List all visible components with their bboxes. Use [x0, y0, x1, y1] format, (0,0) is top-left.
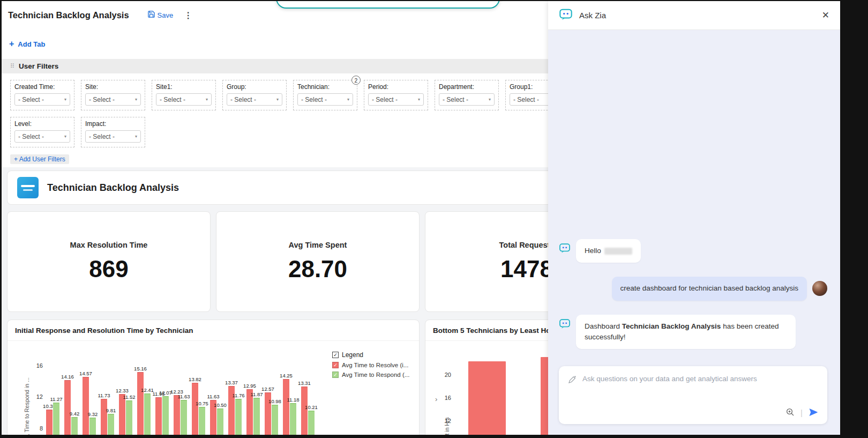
chart-bar-avg-time-to-respond[interactable]: 9.32	[89, 418, 96, 435]
chart-bar-avg-time-to-respond[interactable]: 9.42	[71, 417, 78, 435]
filter-impact: Impact:- Select -▾	[81, 117, 145, 147]
bar-value-label: 15.16	[134, 366, 147, 372]
bar-value-label: 12.57	[261, 386, 274, 392]
chart-bar-avg-time-to-resolve[interactable]: 15.16	[137, 372, 144, 435]
chart-bar-avg-time-to-resolve[interactable]: 13.31	[301, 387, 308, 435]
bar-value-label: 11.27	[50, 396, 62, 402]
legend-entry-resolve[interactable]: ✓ Avg Time to Resolve (i...	[332, 362, 409, 368]
bar-value-label: 11.76	[232, 392, 244, 398]
plus-icon: +	[9, 39, 14, 49]
filter-select-value: - Select -	[89, 96, 115, 103]
y-axis-label: Days , Time to Respond in ...	[24, 377, 30, 435]
more-options-icon[interactable]: ⋮	[184, 10, 192, 20]
chevron-right-icon[interactable]: ›	[435, 395, 437, 403]
chart-bar-avg-time-to-resolve[interactable]: 11.73	[101, 399, 107, 435]
filter-department: Department:- Select -▾	[435, 80, 499, 110]
app-window: Technician Backlog Analysis Save ⋮ + Add…	[2, 1, 840, 435]
filter-level: Level:- Select -▾	[10, 117, 74, 147]
chart-bar-avg-time-to-resolve[interactable]: 10.35	[46, 410, 53, 435]
chart-bar-avg-time-to-respond[interactable]: 12.41	[144, 394, 151, 435]
kpi-card-max-resolution-time[interactable]: Max Resolution Time 869	[7, 211, 211, 312]
y-axis-tick: 20	[445, 372, 451, 378]
chart-bar-avg-time-to-respond[interactable]: 10.98	[272, 405, 278, 435]
legend-entry-respond[interactable]: ✓ Avg Time to Respond (...	[332, 372, 409, 378]
drag-handle-icon[interactable]: ⠿	[10, 63, 14, 70]
dashboard-title: Technician Backlog Analysis	[47, 182, 179, 194]
chart-bar-avg-time-to-respond[interactable]: 10.21	[308, 411, 315, 435]
save-button[interactable]: Save	[147, 10, 174, 20]
filter-select-value: - Select -	[513, 96, 539, 103]
ask-zia-panel: Ask Zia ✕ Hello create dashboard	[548, 1, 840, 435]
greeting-text: Hello	[585, 247, 601, 255]
bar-value-label: 10.75	[196, 400, 208, 406]
filter-select[interactable]: - Select -▾	[156, 93, 212, 106]
chart-bar-avg-time-to-respond[interactable]: 11.63	[181, 400, 187, 435]
filter-select[interactable]: - Select -▾	[227, 93, 282, 106]
zia-messages: Hello create dashboard for technician ba…	[548, 30, 840, 349]
legend-toggle[interactable]: ✓ Legend	[332, 351, 409, 359]
chart-bar-avg-time-to-resolve[interactable]: 12.23	[174, 395, 180, 435]
filter-label: Created Time:	[14, 83, 70, 91]
filter-select[interactable]: - Select -▾	[85, 130, 141, 143]
chart-bar-least-hours[interactable]	[468, 361, 506, 435]
chart-bar-avg-time-to-resolve[interactable]: 13.82	[192, 383, 198, 435]
chart-title: Initial Response and Resolution Time by …	[15, 326, 193, 335]
chart-bar-avg-time-to-respond[interactable]: 11.76	[235, 399, 242, 435]
zia-header: Ask Zia ✕	[548, 1, 840, 30]
bar-value-label: 14.25	[280, 373, 293, 378]
chart-bar-avg-time-to-resolve[interactable]: 14.16	[64, 380, 71, 435]
close-icon[interactable]: ✕	[822, 10, 829, 21]
response-resolution-yaxis: 81216	[31, 352, 43, 435]
bar-value-label: 11.63	[177, 394, 190, 399]
filter-select-value: - Select -	[301, 96, 327, 103]
add-tab-button[interactable]: + Add Tab	[9, 39, 45, 49]
chart-bar-avg-time-to-respond[interactable]: 9.81	[108, 414, 114, 435]
legend-swatch-green[interactable]: ✓	[332, 372, 339, 378]
chevron-down-icon: ▾	[276, 97, 279, 102]
filter-select[interactable]: - Select -▾	[297, 93, 353, 106]
filter-select-value: - Select -	[89, 133, 115, 140]
checkbox-icon[interactable]: ✓	[332, 352, 339, 358]
chart-bar-avg-time-to-respond[interactable]: 11.52	[126, 400, 132, 435]
bar-value-label: 13.82	[189, 376, 201, 382]
filter-count-badge: 2	[351, 76, 361, 85]
bar-value-label: 9.81	[106, 407, 116, 413]
filter-select[interactable]: - Select -▾	[368, 93, 424, 106]
kpi-value: 28.70	[288, 256, 347, 283]
filter-select[interactable]: - Select -▾	[439, 93, 495, 106]
filter-select[interactable]: - Select -▾	[14, 93, 70, 106]
response-resolution-plot: 10.3511.2714.169.4214.579.3211.739.8112.…	[46, 352, 323, 435]
filter-select[interactable]: - Select -▾	[14, 130, 70, 143]
user-message-row: create dashboard for technician based ba…	[559, 277, 827, 300]
y-axis-tick: 12	[36, 394, 43, 400]
chart-bar-avg-time-to-respond[interactable]: 11.27	[53, 403, 59, 435]
chevron-down-icon: ▾	[135, 134, 137, 139]
kpi-card-avg-time-spent[interactable]: Avg Time Spent 28.70	[216, 211, 420, 312]
chevron-down-icon: ▾	[489, 97, 491, 102]
chart-bar-avg-time-to-resolve[interactable]: 14.57	[83, 377, 89, 435]
chart-bar-avg-time-to-resolve[interactable]: 12.33	[119, 394, 125, 435]
chart-bar-avg-time-to-respond[interactable]: 11.87	[253, 398, 260, 435]
chart-bar-avg-time-to-respond[interactable]: 11.18	[290, 403, 296, 435]
chevron-down-icon: ▾	[64, 134, 66, 139]
chart-bar-avg-time-to-resolve[interactable]: 14.25	[283, 379, 289, 435]
chart-bar-avg-time-to-respond[interactable]: 10.75	[199, 407, 205, 435]
filter-technician: Technician:- Select -▾2	[293, 80, 357, 110]
chevron-down-icon: ▾	[418, 97, 420, 102]
add-user-filters-button[interactable]: + Add User Filters	[10, 154, 69, 164]
user-message-bubble: create dashboard for technician based ba…	[612, 277, 807, 300]
legend-swatch-red[interactable]: ✓	[332, 362, 339, 368]
send-icon[interactable]	[808, 407, 819, 418]
legend-label: Avg Time to Respond (...	[342, 372, 409, 378]
zia-question-input[interactable]	[582, 375, 819, 383]
filter-site1: Site1:- Select -▾	[152, 80, 216, 110]
chart-bar-avg-time-to-respond[interactable]: 12.07	[162, 396, 169, 435]
filter-select[interactable]: - Select -▾	[85, 93, 141, 106]
chart-bar-avg-time-to-respond[interactable]: 10.50	[217, 409, 223, 435]
bar-value-label: 11.73	[98, 392, 110, 398]
bar-value-label: 14.16	[61, 374, 74, 380]
filter-label: Site:	[85, 83, 141, 91]
chart-bar-avg-time-to-resolve[interactable]: 11.95	[155, 397, 162, 435]
bar-value-label: 11.18	[287, 397, 299, 403]
zoom-in-icon[interactable]	[785, 407, 795, 417]
